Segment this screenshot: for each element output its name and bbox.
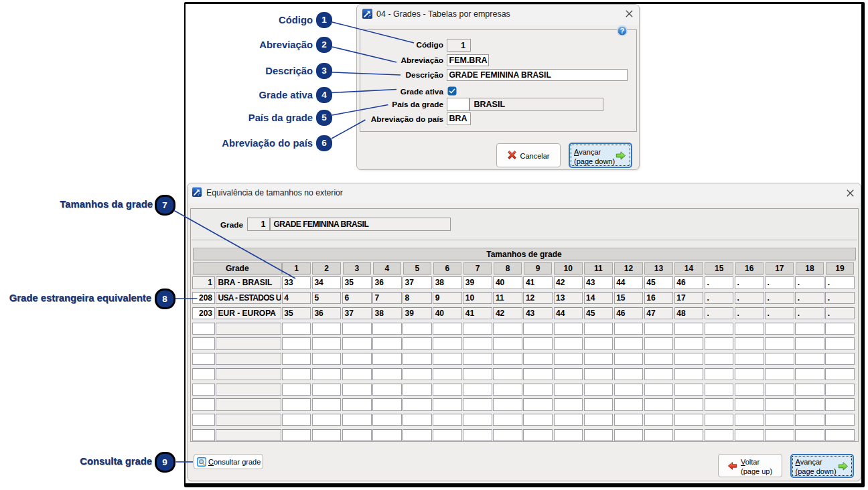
svg-text:?: ?: [620, 27, 624, 35]
